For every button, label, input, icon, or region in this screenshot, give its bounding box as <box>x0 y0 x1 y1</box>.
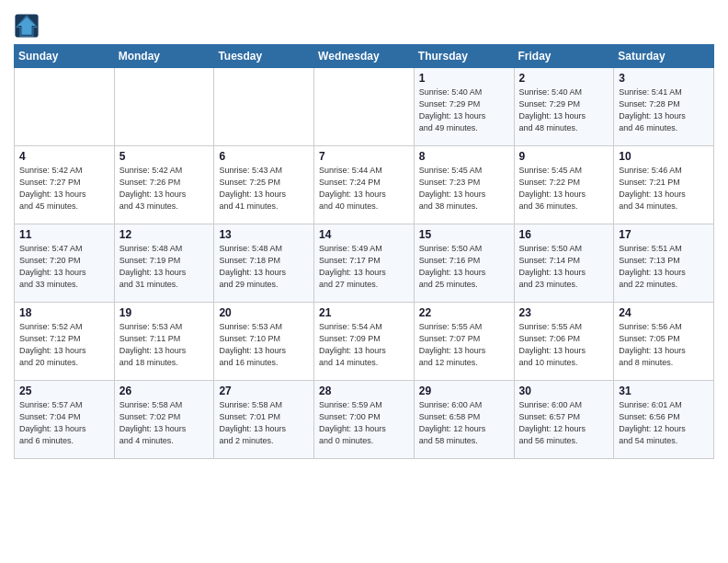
calendar-cell: 31Sunrise: 6:01 AM Sunset: 6:56 PM Dayli… <box>614 381 714 459</box>
calendar-cell <box>214 68 314 146</box>
day-info: Sunrise: 5:55 AM Sunset: 7:07 PM Dayligh… <box>419 321 509 369</box>
calendar-cell: 24Sunrise: 5:56 AM Sunset: 7:05 PM Dayli… <box>614 303 714 381</box>
day-info: Sunrise: 5:45 AM Sunset: 7:23 PM Dayligh… <box>419 165 509 213</box>
page-header <box>14 9 714 39</box>
day-number: 12 <box>119 228 210 241</box>
day-info: Sunrise: 5:48 AM Sunset: 7:19 PM Dayligh… <box>119 243 210 291</box>
calendar-cell: 1Sunrise: 5:40 AM Sunset: 7:29 PM Daylig… <box>414 68 514 146</box>
day-number: 25 <box>19 385 109 397</box>
calendar-cell: 19Sunrise: 5:53 AM Sunset: 7:11 PM Dayli… <box>114 303 214 381</box>
logo <box>14 9 42 39</box>
day-number: 11 <box>19 228 109 241</box>
logo-icon <box>14 13 40 39</box>
day-number: 7 <box>319 150 409 163</box>
calendar-week-2: 4Sunrise: 5:42 AM Sunset: 7:27 PM Daylig… <box>15 146 714 224</box>
header-sunday: Sunday <box>15 45 115 68</box>
calendar-cell: 23Sunrise: 5:55 AM Sunset: 7:06 PM Dayli… <box>514 303 614 381</box>
day-number: 9 <box>519 150 609 163</box>
day-info: Sunrise: 5:54 AM Sunset: 7:09 PM Dayligh… <box>319 321 409 369</box>
day-number: 10 <box>619 150 709 163</box>
day-number: 19 <box>119 306 210 319</box>
calendar-cell <box>314 68 415 146</box>
day-number: 18 <box>19 306 109 319</box>
day-info: Sunrise: 5:58 AM Sunset: 7:01 PM Dayligh… <box>219 399 309 447</box>
day-info: Sunrise: 5:41 AM Sunset: 7:28 PM Dayligh… <box>619 86 709 134</box>
day-number: 22 <box>419 306 509 319</box>
calendar-cell: 20Sunrise: 5:53 AM Sunset: 7:10 PM Dayli… <box>214 303 314 381</box>
day-info: Sunrise: 5:42 AM Sunset: 7:27 PM Dayligh… <box>19 165 109 213</box>
calendar-cell: 4Sunrise: 5:42 AM Sunset: 7:27 PM Daylig… <box>15 146 115 224</box>
header-saturday: Saturday <box>614 45 714 68</box>
header-thursday: Thursday <box>414 45 514 68</box>
day-info: Sunrise: 5:49 AM Sunset: 7:17 PM Dayligh… <box>319 243 409 291</box>
day-number: 30 <box>519 385 609 397</box>
day-info: Sunrise: 5:59 AM Sunset: 7:00 PM Dayligh… <box>319 399 409 447</box>
day-number: 4 <box>19 150 109 163</box>
day-number: 5 <box>119 150 210 163</box>
calendar-cell: 2Sunrise: 5:40 AM Sunset: 7:29 PM Daylig… <box>514 68 614 146</box>
calendar-cell: 17Sunrise: 5:51 AM Sunset: 7:13 PM Dayli… <box>614 224 714 303</box>
day-info: Sunrise: 5:48 AM Sunset: 7:18 PM Dayligh… <box>219 243 309 291</box>
day-number: 29 <box>419 385 509 397</box>
calendar-cell: 11Sunrise: 5:47 AM Sunset: 7:20 PM Dayli… <box>15 224 115 303</box>
day-info: Sunrise: 5:51 AM Sunset: 7:13 PM Dayligh… <box>619 243 709 291</box>
day-number: 27 <box>219 385 309 397</box>
calendar-cell: 30Sunrise: 6:00 AM Sunset: 6:57 PM Dayli… <box>514 381 614 459</box>
calendar-cell: 12Sunrise: 5:48 AM Sunset: 7:19 PM Dayli… <box>114 224 214 303</box>
day-number: 24 <box>619 306 709 319</box>
day-info: Sunrise: 6:01 AM Sunset: 6:56 PM Dayligh… <box>619 399 709 447</box>
day-number: 20 <box>219 306 309 319</box>
day-info: Sunrise: 5:57 AM Sunset: 7:04 PM Dayligh… <box>19 399 109 447</box>
day-info: Sunrise: 5:42 AM Sunset: 7:26 PM Dayligh… <box>119 165 210 213</box>
day-info: Sunrise: 5:56 AM Sunset: 7:05 PM Dayligh… <box>619 321 709 369</box>
calendar-cell: 29Sunrise: 6:00 AM Sunset: 6:58 PM Dayli… <box>414 381 514 459</box>
calendar-cell <box>114 68 214 146</box>
day-info: Sunrise: 6:00 AM Sunset: 6:58 PM Dayligh… <box>419 399 509 447</box>
calendar-cell: 6Sunrise: 5:43 AM Sunset: 7:25 PM Daylig… <box>214 146 314 224</box>
day-number: 6 <box>219 150 309 163</box>
calendar-week-5: 25Sunrise: 5:57 AM Sunset: 7:04 PM Dayli… <box>15 381 714 459</box>
calendar-table: SundayMondayTuesdayWednesdayThursdayFrid… <box>14 44 714 459</box>
day-number: 26 <box>119 385 210 397</box>
day-info: Sunrise: 5:46 AM Sunset: 7:21 PM Dayligh… <box>619 165 709 213</box>
calendar-cell: 27Sunrise: 5:58 AM Sunset: 7:01 PM Dayli… <box>214 381 314 459</box>
day-info: Sunrise: 5:47 AM Sunset: 7:20 PM Dayligh… <box>19 243 109 291</box>
calendar-cell: 15Sunrise: 5:50 AM Sunset: 7:16 PM Dayli… <box>414 224 514 303</box>
day-info: Sunrise: 5:45 AM Sunset: 7:22 PM Dayligh… <box>519 165 609 213</box>
calendar-cell: 14Sunrise: 5:49 AM Sunset: 7:17 PM Dayli… <box>314 224 415 303</box>
day-number: 16 <box>519 228 609 241</box>
day-number: 17 <box>619 228 709 241</box>
calendar-cell: 5Sunrise: 5:42 AM Sunset: 7:26 PM Daylig… <box>114 146 214 224</box>
day-number: 14 <box>319 228 409 241</box>
day-number: 2 <box>519 72 609 85</box>
calendar-cell: 13Sunrise: 5:48 AM Sunset: 7:18 PM Dayli… <box>214 224 314 303</box>
day-number: 3 <box>619 72 709 85</box>
day-number: 13 <box>219 228 309 241</box>
calendar-cell: 3Sunrise: 5:41 AM Sunset: 7:28 PM Daylig… <box>614 68 714 146</box>
header-wednesday: Wednesday <box>314 45 415 68</box>
calendar-cell: 21Sunrise: 5:54 AM Sunset: 7:09 PM Dayli… <box>314 303 415 381</box>
calendar-cell: 25Sunrise: 5:57 AM Sunset: 7:04 PM Dayli… <box>15 381 115 459</box>
day-number: 31 <box>619 385 709 397</box>
day-info: Sunrise: 5:53 AM Sunset: 7:10 PM Dayligh… <box>219 321 309 369</box>
calendar-cell: 9Sunrise: 5:45 AM Sunset: 7:22 PM Daylig… <box>514 146 614 224</box>
day-number: 28 <box>319 385 409 397</box>
day-info: Sunrise: 5:40 AM Sunset: 7:29 PM Dayligh… <box>419 86 509 134</box>
day-number: 1 <box>419 72 509 85</box>
day-info: Sunrise: 5:55 AM Sunset: 7:06 PM Dayligh… <box>519 321 609 369</box>
header-tuesday: Tuesday <box>214 45 314 68</box>
calendar-cell: 22Sunrise: 5:55 AM Sunset: 7:07 PM Dayli… <box>414 303 514 381</box>
day-number: 23 <box>519 306 609 319</box>
day-info: Sunrise: 5:53 AM Sunset: 7:11 PM Dayligh… <box>119 321 210 369</box>
calendar-week-4: 18Sunrise: 5:52 AM Sunset: 7:12 PM Dayli… <box>15 303 714 381</box>
calendar-week-1: 1Sunrise: 5:40 AM Sunset: 7:29 PM Daylig… <box>15 68 714 146</box>
day-info: Sunrise: 5:50 AM Sunset: 7:14 PM Dayligh… <box>519 243 609 291</box>
calendar-cell: 16Sunrise: 5:50 AM Sunset: 7:14 PM Dayli… <box>514 224 614 303</box>
calendar-cell: 7Sunrise: 5:44 AM Sunset: 7:24 PM Daylig… <box>314 146 415 224</box>
calendar-cell: 26Sunrise: 5:58 AM Sunset: 7:02 PM Dayli… <box>114 381 214 459</box>
day-info: Sunrise: 5:40 AM Sunset: 7:29 PM Dayligh… <box>519 86 609 134</box>
calendar-cell: 18Sunrise: 5:52 AM Sunset: 7:12 PM Dayli… <box>15 303 115 381</box>
calendar-cell: 10Sunrise: 5:46 AM Sunset: 7:21 PM Dayli… <box>614 146 714 224</box>
day-number: 21 <box>319 306 409 319</box>
day-number: 15 <box>419 228 509 241</box>
